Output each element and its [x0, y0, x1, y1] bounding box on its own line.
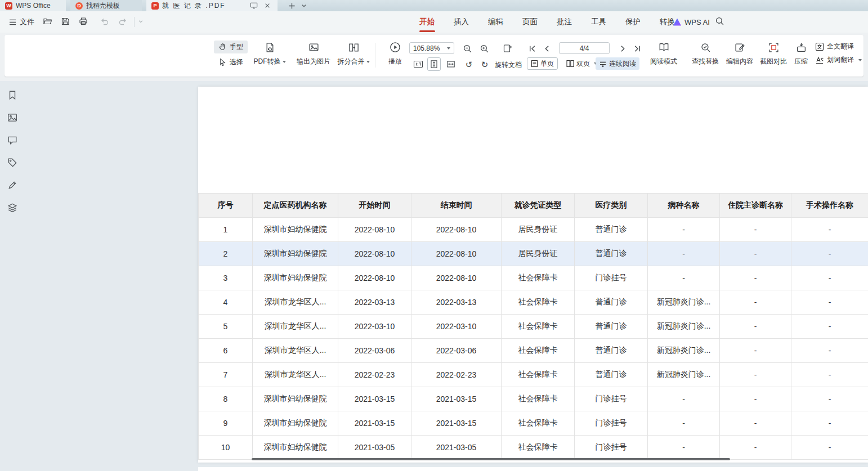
actual-size-icon[interactable] — [411, 57, 425, 71]
rotate-right-icon[interactable]: ↻ — [478, 57, 491, 71]
table-row[interactable]: 1深圳市妇幼保健院2022-08-102022-08-10居民身份证普通门诊--… — [199, 218, 868, 242]
ribbon-divider — [375, 43, 375, 68]
zoom-select[interactable]: 105.88% — [409, 42, 454, 54]
double-page-button[interactable]: 双页 — [563, 57, 601, 70]
tab-label: 就 医 记 录 .PDF — [162, 1, 245, 11]
last-page-icon[interactable] — [630, 42, 644, 55]
hand-tool-button[interactable]: 手型 — [214, 41, 248, 53]
layers-panel-icon[interactable] — [7, 203, 17, 213]
search-icon[interactable] — [715, 16, 726, 28]
table-row[interactable]: 7深圳市龙华区人...2022-02-232022-02-23社会保障卡普通门诊… — [199, 363, 868, 387]
table-cell: - — [648, 387, 720, 411]
prev-page-icon[interactable] — [540, 42, 553, 55]
new-tab-button[interactable] — [285, 0, 298, 11]
page-number-input[interactable] — [559, 42, 610, 54]
table-cell: - — [791, 218, 868, 242]
tab-docer-template[interactable]: D 找稻壳模板 — [70, 0, 142, 11]
table-row[interactable]: 5深圳市龙华区人...2022-03-102022-03-10社会保障卡普通门诊… — [199, 315, 868, 339]
table-cell: 2022-08-10 — [338, 242, 411, 266]
table-cell: - — [720, 387, 791, 411]
table-cell: 深圳市妇幼保健院 — [253, 411, 338, 436]
export-image-label: 输出为图片 — [297, 57, 330, 66]
table-cell: 深圳市妇幼保健院 — [253, 387, 338, 411]
menu-protect[interactable]: 保护 — [616, 11, 650, 33]
wps-ai-button[interactable]: WPS AI — [673, 11, 710, 33]
zoom-out-icon[interactable] — [460, 42, 474, 55]
open-folder-icon[interactable] — [42, 16, 53, 27]
table-cell: - — [791, 411, 868, 436]
rotate-left-icon[interactable]: ↺ — [462, 57, 476, 71]
full-translate-button[interactable]: 全文翻译 — [815, 42, 862, 51]
play-label: 播放 — [388, 57, 402, 66]
menu-home[interactable]: 开始 — [410, 11, 444, 33]
table-cell: 4 — [199, 290, 253, 315]
table-cell: 2021-03-15 — [411, 387, 502, 411]
print-icon[interactable] — [78, 16, 89, 27]
col-header: 定点医药机构名称 — [253, 194, 338, 218]
table-row[interactable]: 6深圳市龙华区人...2022-03-062022-03-06社会保障卡普通门诊… — [199, 339, 868, 363]
menu-page[interactable]: 页面 — [513, 11, 547, 33]
history-chevron-icon[interactable] — [135, 16, 146, 27]
edit-content-icon — [735, 41, 745, 53]
table-row[interactable]: 9深圳市妇幼保健院2021-03-152021-03-15社会保障卡门诊挂号--… — [199, 411, 868, 436]
table-header-row: 序号 定点医药机构名称 开始时间 结束时间 就诊凭证类型 医疗类别 病种名称 住… — [199, 194, 868, 218]
table-cell: 新冠肺炎门诊... — [648, 339, 720, 363]
edit-content-button[interactable]: 编辑内容 — [721, 41, 759, 70]
fit-width-icon[interactable] — [444, 57, 458, 71]
table-cell: - — [720, 411, 791, 436]
tab-wps-office[interactable]: W WPS Office — [0, 0, 66, 11]
split-merge-icon — [348, 41, 359, 53]
redo-icon[interactable] — [117, 16, 128, 27]
find-replace-label: 查找替换 — [692, 57, 719, 66]
col-header: 序号 — [199, 194, 253, 218]
table-row[interactable]: 10深圳市妇幼保健院2021-03-052021-03-05社会保障卡门诊挂号-… — [199, 436, 868, 460]
rotate-document-button[interactable]: 旋转文档 — [495, 60, 522, 70]
table-cell: - — [791, 339, 868, 363]
menu-comment[interactable]: 批注 — [547, 11, 581, 33]
annotate-pen-icon[interactable] — [7, 180, 17, 190]
zoom-in-icon[interactable] — [477, 42, 491, 55]
table-row[interactable]: 8深圳市妇幼保健院2021-03-152021-03-15社会保障卡门诊挂号--… — [199, 387, 868, 411]
fit-window-icon[interactable] — [501, 42, 514, 55]
single-page-button[interactable]: 单页 — [527, 57, 558, 70]
horizontal-scrollbar[interactable] — [252, 458, 730, 460]
dropdown-caret-icon — [858, 59, 862, 61]
save-icon[interactable] — [60, 16, 71, 27]
menu-edit[interactable]: 编辑 — [478, 11, 513, 33]
thumbnail-panel-icon[interactable] — [7, 113, 17, 123]
tab-document-active[interactable]: P 就 医 记 录 .PDF — [146, 0, 278, 11]
menu-insert[interactable]: 插入 — [444, 11, 478, 33]
split-merge-button[interactable]: 拆分合并 — [334, 41, 373, 70]
compress-button[interactable]: 压缩 — [784, 41, 818, 70]
table-cell: 社会保障卡 — [502, 339, 575, 363]
main-menus: 开始 插入 编辑 页面 批注 工具 保护 转换 — [410, 11, 684, 33]
word-translate-button[interactable]: 划词翻译 — [815, 55, 862, 65]
menu-tools[interactable]: 工具 — [581, 11, 616, 33]
table-row[interactable]: 3深圳市妇幼保健院2022-08-102022-08-10社会保障卡门诊挂号--… — [199, 266, 868, 290]
table-row[interactable]: 4深圳市龙华区人...2022-03-132022-03-13社会保障卡普通门诊… — [199, 290, 868, 315]
undo-icon[interactable] — [99, 16, 110, 27]
next-page-icon[interactable] — [616, 42, 629, 55]
close-tab-icon[interactable] — [262, 1, 272, 10]
file-menu-button[interactable]: 文件 — [5, 15, 39, 29]
table-row[interactable]: 2深圳市妇幼保健院2022-08-102022-08-10居民身份证普通门诊--… — [199, 242, 868, 266]
pdf-convert-button[interactable]: PDF转换 — [250, 41, 289, 70]
export-image-button[interactable]: 输出为图片 — [294, 41, 333, 70]
comments-panel-icon[interactable] — [7, 135, 17, 145]
read-mode-button[interactable]: 阅读模式 — [645, 41, 683, 70]
tags-panel-icon[interactable] — [7, 158, 17, 168]
table-cell: 10 — [199, 436, 253, 460]
bookmark-icon[interactable] — [7, 90, 17, 100]
play-button[interactable]: 播放 — [383, 41, 408, 70]
table-cell: 2022-03-06 — [411, 339, 502, 363]
first-page-icon[interactable] — [525, 42, 539, 55]
single-page-icon — [531, 60, 538, 68]
find-replace-button[interactable]: 查找替换 — [686, 41, 724, 70]
continuous-read-button[interactable]: 连续阅读 — [596, 57, 639, 70]
table-cell: 深圳市龙华区人... — [253, 363, 338, 387]
tab-list-chevron-icon[interactable] — [298, 0, 310, 11]
pdf-page[interactable]: 序号 定点医药机构名称 开始时间 结束时间 就诊凭证类型 医疗类别 病种名称 住… — [198, 87, 868, 463]
monitor-icon[interactable] — [249, 1, 259, 10]
fit-height-icon[interactable] — [427, 57, 441, 71]
select-tool-button[interactable]: 选择 — [214, 56, 248, 69]
